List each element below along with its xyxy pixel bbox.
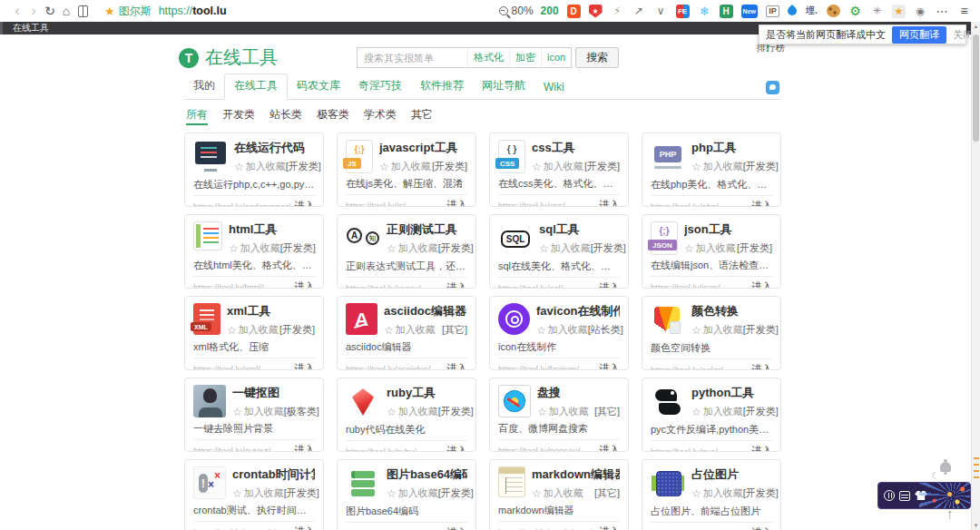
enter-link[interactable]: 进入 [599,525,620,530]
category-tag[interactable]: [站长类] [588,323,623,337]
snowflake-icon[interactable]: ❄ [698,5,711,18]
enter-link[interactable]: 进入 [599,444,620,452]
quick-link-1[interactable]: 加密 [509,48,541,67]
favorite-button[interactable]: ☆加入收藏 [387,405,438,418]
favorite-button[interactable]: ☆加入收藏 [691,405,743,418]
favorite-button[interactable]: ☆加入收藏 [691,160,743,173]
tool-title[interactable]: php工具 [691,140,772,156]
tool-card[interactable]: SQLsql工具☆加入收藏[开发类]sql在线美化、格式化、压缩https://… [489,214,629,289]
tool-card[interactable]: A知正则测试工具☆加入收藏[开发类]正则表达式测试工具，还可以生成代码哦http… [337,214,476,289]
category-tag[interactable]: [开发类] [743,486,779,500]
tool-title[interactable]: 正则测试工具 [387,221,467,238]
star-box-icon[interactable]: ★ [892,5,906,18]
tool-title[interactable]: 在线运行代码 [234,140,315,156]
wheel-icon[interactable]: ✳ [870,5,884,18]
reload-icon[interactable]: ↻ [42,0,58,22]
tool-card[interactable]: { }CSScss工具☆加入收藏[开发类]在线css美化、格式化、压缩https… [489,132,629,207]
category-tag[interactable]: [开发类] [743,323,779,337]
favorite-button[interactable]: ☆加入收藏 [229,241,280,255]
favorite-button[interactable]: ☆加入收藏 [539,241,591,255]
tool-card[interactable]: PHPphp工具☆加入收藏[开发类]在线php美化、格式化、解密https://… [642,132,781,207]
tool-card[interactable]: 占位图片☆加入收藏[开发类]占位图片、前端占位图片https://tool.lu… [642,459,781,530]
tool-card[interactable]: markdown编辑器☆加入收藏[其它]markdown编辑器https://t… [489,459,629,530]
back-to-top-arrow[interactable]: ↑ [946,505,954,521]
category-tag[interactable]: [开发类] [280,241,316,255]
water-drop-icon[interactable] [786,5,799,17]
filter-item-2[interactable]: 站长类 [270,107,302,125]
h-badge-icon[interactable]: H [720,5,733,18]
category-tag[interactable]: [开发类] [432,160,467,173]
scrollbar-thumb[interactable] [973,34,979,142]
lightning-icon[interactable]: ⚡ [611,5,624,18]
category-tag[interactable]: [开发类] [584,160,620,173]
category-tag[interactable]: [其它] [594,405,620,418]
favorite-button[interactable]: ☆加入收藏 [387,486,438,500]
url-bar[interactable]: https://tool.lu [159,5,227,17]
menu-icon[interactable]: ≡ [957,5,971,18]
category-tag[interactable]: [开发类] [284,486,319,500]
tool-title[interactable]: css工具 [532,140,620,156]
enter-link[interactable]: 进入 [446,199,467,207]
search-button[interactable]: 搜索 [575,47,619,68]
tool-title[interactable]: markdown编辑器 [532,466,620,483]
category-tag[interactable]: [其它] [442,323,467,337]
filter-item-0[interactable]: 所有 [186,107,208,125]
tool-title[interactable]: html工具 [229,221,315,238]
tool-title[interactable]: asciidoc编辑器 [384,303,467,319]
tool-card[interactable]: 图片base64编码☆加入收藏[开发类]图片base64编码https://to… [337,459,476,530]
chevron-down-icon[interactable]: ∨ [654,5,668,18]
enter-link[interactable]: 进入 [751,526,772,530]
tool-title[interactable]: sql工具 [539,221,620,238]
favorite-button[interactable]: ☆加入收藏 [379,160,431,173]
cookie-icon[interactable] [827,5,840,17]
forward-icon[interactable]: › [25,1,42,21]
filter-item-1[interactable]: 开发类 [222,107,255,125]
eye-icon[interactable]: ◉ [914,5,927,18]
promo-banner[interactable] [877,482,971,509]
reader-mode-icon[interactable] [78,5,88,17]
tool-card[interactable]: XMLxml工具☆加入收藏[开发类]xml格式化、压缩https://tool.… [184,296,324,370]
category-tag[interactable]: [开发类] [438,405,474,418]
nav-tab-1[interactable]: 在线工具 [224,74,288,100]
enter-link[interactable]: 进入 [751,363,772,370]
enter-link[interactable]: 进入 [294,200,315,207]
bell-icon[interactable] [940,462,951,472]
tool-title[interactable]: 一键抠图 [232,385,315,401]
bookmark-label[interactable]: 图尔斯 [119,4,152,19]
tool-title[interactable]: favicon在线制作 [536,303,620,319]
chat-icon[interactable] [766,81,779,94]
tool-card[interactable]: Aasciidoc编辑器☆加入收藏[其它]asciidoc编辑器https://… [337,296,476,370]
category-tag[interactable]: [开发类] [438,241,474,255]
enter-link[interactable]: 进入 [446,445,467,452]
tool-card[interactable]: 颜色转换☆加入收藏[开发类]颜色空间转换https://tool.lu/colo… [642,296,781,370]
tool-title[interactable]: xml工具 [227,303,315,319]
enter-link[interactable]: 进入 [751,445,772,452]
enter-link[interactable]: 进入 [294,362,315,370]
nav-tab-0[interactable]: 我的 [184,74,224,99]
category-tag[interactable]: [开发类] [737,241,772,255]
category-tag[interactable]: [其它] [594,486,620,500]
scroll-down-arrow[interactable]: ▼ [972,523,980,528]
fe-badge-icon[interactable]: FE [676,5,690,18]
new-badge-icon[interactable]: New [741,5,758,18]
nav-tab-5[interactable]: 网址导航 [473,74,534,99]
enter-link[interactable]: 进入 [599,199,620,207]
home-icon[interactable]: ⌂ [58,0,74,22]
filter-item-5[interactable]: 其它 [411,107,433,125]
scroll-up-arrow[interactable]: ▲ [972,24,980,29]
gear-icon[interactable]: ⚙ [848,5,862,18]
nav-tab-6[interactable]: Wiki [534,77,573,99]
tool-title[interactable]: 占位图片 [691,466,772,483]
nav-tab-2[interactable]: 码农文库 [288,74,349,99]
quick-link-0[interactable]: 格式化 [467,48,509,67]
favorite-button[interactable]: ☆加入收藏 [387,241,438,255]
category-tag[interactable]: [开发类] [591,241,626,255]
favorite-button[interactable]: ☆加入收藏 [384,323,436,337]
overflow-icon[interactable]: ⋯ [936,5,949,18]
search-input[interactable] [357,47,467,68]
favorite-button[interactable]: ☆加入收藏 [691,323,743,337]
favorite-button[interactable]: ☆加入收藏 [232,486,284,500]
favorite-button[interactable]: ☆加入收藏 [532,486,583,500]
tool-card[interactable]: {;}JSjavascript工具☆加入收藏[开发类]在线js美化、解压缩、混淆… [337,132,476,207]
tool-card[interactable]: ruby工具☆加入收藏[开发类]ruby代码在线美化https://tool.l… [337,378,476,452]
